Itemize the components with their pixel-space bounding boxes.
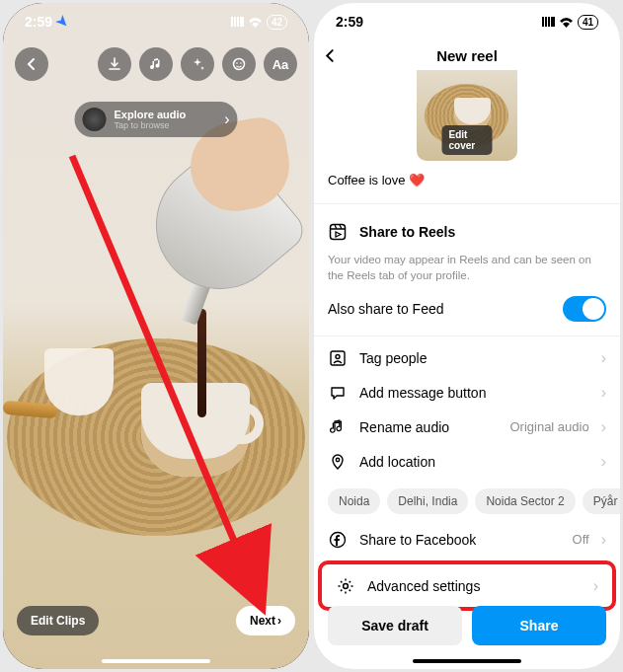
next-button[interactable]: Next › xyxy=(236,606,295,635)
home-indicator xyxy=(413,659,521,663)
home-indicator xyxy=(102,659,210,663)
location-chip[interactable]: Noida Sector 2 xyxy=(475,488,575,514)
svg-point-1 xyxy=(236,62,238,64)
sticker-icon[interactable] xyxy=(222,47,256,81)
music-icon[interactable] xyxy=(139,47,173,81)
add-location-row[interactable]: Add location › xyxy=(328,444,606,479)
edit-clips-button[interactable]: Edit Clips xyxy=(17,606,99,635)
message-icon xyxy=(328,384,348,402)
status-time: 2:59 xyxy=(336,14,363,30)
add-message-button-row[interactable]: Add message button › xyxy=(328,375,606,410)
also-share-to-feed-label: Also share to Feed xyxy=(328,301,551,317)
battery-icon: 42 xyxy=(267,15,287,30)
reels-icon xyxy=(328,223,348,241)
header: New reel xyxy=(314,40,620,70)
chevron-right-icon: › xyxy=(593,577,598,595)
cover-preview[interactable]: Edit cover xyxy=(417,70,517,161)
edit-cover-button[interactable]: Edit cover xyxy=(442,125,493,155)
page-title: New reel xyxy=(436,47,498,64)
share-to-reels-title: Share to Reels xyxy=(359,224,606,240)
location-services-icon: ➤ xyxy=(53,12,73,32)
location-chip[interactable]: Delhi, India xyxy=(387,488,468,514)
download-icon[interactable] xyxy=(98,47,131,81)
chevron-right-icon: › xyxy=(277,614,281,628)
facebook-icon xyxy=(328,531,348,549)
location-chip[interactable]: Noida xyxy=(328,488,380,514)
new-reel-screen: 2:59 41 New reel Edit cover Coffee is lo… xyxy=(314,3,620,669)
share-button[interactable]: Share xyxy=(472,606,606,645)
back-button[interactable] xyxy=(324,49,337,62)
text-icon[interactable]: Aa xyxy=(264,47,297,81)
svg-point-0 xyxy=(234,59,245,70)
editor-screen: 2:59 ➤ 42 Aa xyxy=(3,3,309,669)
annotation-arrow xyxy=(57,146,284,639)
chevron-right-icon: › xyxy=(601,531,606,549)
bottom-bar: Save draft Share xyxy=(314,606,620,645)
location-chips: Noida Delhi, India Noida Sector 2 Pýår T… xyxy=(314,483,620,516)
share-to-reels-subtitle: Your video may appear in Reels and can b… xyxy=(328,253,606,283)
rename-audio-value: Original audio xyxy=(509,419,588,434)
share-to-facebook-row[interactable]: Share to Facebook Off › xyxy=(328,522,606,557)
chevron-right-icon: › xyxy=(224,111,229,128)
location-icon xyxy=(328,453,348,471)
save-draft-button[interactable]: Save draft xyxy=(328,606,462,645)
audio-subtitle: Tap to browse xyxy=(115,120,187,130)
svg-rect-4 xyxy=(331,224,346,239)
status-bar: 2:59 41 xyxy=(314,3,620,40)
svg-point-9 xyxy=(344,583,349,588)
svg-point-6 xyxy=(336,354,340,358)
svg-line-3 xyxy=(72,156,255,590)
signal-icon xyxy=(542,17,555,27)
wifi-icon xyxy=(248,17,263,28)
rename-audio-row[interactable]: Rename audio Original audio › xyxy=(328,410,606,444)
audio-icon xyxy=(328,418,348,436)
share-facebook-value: Off xyxy=(573,532,589,547)
effects-icon[interactable] xyxy=(181,47,214,81)
caption-field[interactable]: Coffee is love ❤️ xyxy=(314,161,620,203)
tag-people-row[interactable]: Tag people › xyxy=(328,340,606,375)
advanced-settings-row[interactable]: Advanced settings › xyxy=(336,568,598,603)
location-chip[interactable]: Pýår Tø húm 8h xyxy=(583,488,620,514)
chevron-right-icon: › xyxy=(601,418,606,436)
wifi-icon xyxy=(559,17,574,28)
svg-point-7 xyxy=(336,458,339,461)
status-time: 2:59 xyxy=(25,14,52,30)
battery-icon: 41 xyxy=(578,15,598,30)
annotation-highlight: Advanced settings › xyxy=(318,560,616,611)
svg-point-2 xyxy=(240,62,242,64)
chevron-right-icon: › xyxy=(601,349,606,367)
audio-title: Explore audio xyxy=(115,109,187,120)
audio-avatar xyxy=(83,108,107,131)
explore-audio-pill[interactable]: Explore audio Tap to browse › xyxy=(75,102,238,137)
also-share-to-feed-toggle[interactable] xyxy=(563,296,606,322)
chevron-right-icon: › xyxy=(601,453,606,471)
chevron-right-icon: › xyxy=(601,384,606,402)
gear-icon xyxy=(336,577,355,595)
status-bar: 2:59 ➤ 42 xyxy=(3,3,309,40)
back-button[interactable] xyxy=(15,47,48,81)
signal-icon xyxy=(231,17,244,27)
tag-people-icon xyxy=(328,349,348,367)
